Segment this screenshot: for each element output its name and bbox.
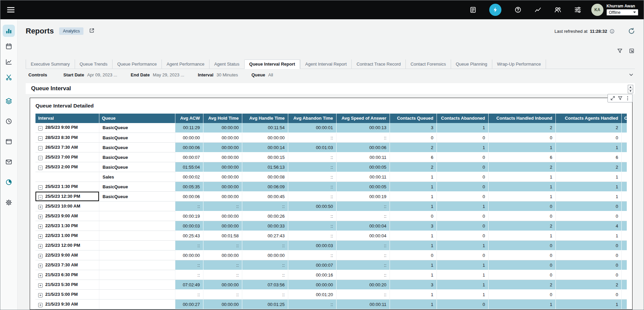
collapse-toggle-icon[interactable]: − [38,156,43,160]
metric-cell[interactable]: 00:00:07 [175,152,203,162]
sidebar-item-metrics[interactable] [3,56,15,68]
metric-cell[interactable]: :: [288,231,336,241]
expand-toggle-icon[interactable]: + [38,244,43,248]
metric-cell[interactable]: :: [336,241,390,251]
metric-cell[interactable]: :: [288,152,336,162]
metric-cell[interactable]: 00:00:04 [336,231,390,241]
metric-cell[interactable]: :: [203,241,242,251]
tab-contract-trace-record[interactable]: Contract Trace Record [351,59,405,69]
help-button[interactable] [514,6,521,14]
metric-cell[interactable]: 00:00:00 [203,192,242,201]
metric-cell[interactable]: 00:00:19 [336,192,390,201]
metric-cell[interactable] [621,290,627,300]
queue-cell[interactable]: BasicQueue [99,152,175,162]
interval-cell[interactable]: −28/5/23 9:00 PM [35,123,99,133]
sidebar-item-reports[interactable] [3,25,15,37]
metric-cell[interactable]: 1 [390,192,437,201]
users-button[interactable] [554,6,561,14]
metric-cell[interactable]: 00:05:35 [175,182,203,192]
metric-cell[interactable]: 00:11:54 [242,123,288,133]
metric-cell[interactable]: 2 [555,162,621,172]
metric-cell[interactable]: :: [336,260,390,270]
more-options-button[interactable] [624,95,631,102]
metric-cell[interactable]: 1 [437,143,488,152]
metric-cell[interactable]: 1 [488,182,555,192]
metric-cell[interactable]: 0 [437,172,488,182]
metric-cell[interactable] [621,251,627,260]
metric-cell[interactable]: :: [203,260,242,270]
metric-cell[interactable]: :: [288,192,336,201]
metric-cell[interactable]: 00:00:27 [175,300,203,309]
metric-cell[interactable]: 1 [437,123,488,133]
metric-cell[interactable]: 00:01:03 [288,143,336,152]
interval-cell[interactable]: −26/5/23 7:30 AM [35,143,99,152]
metric-cell[interactable]: :: [336,251,390,260]
expand-toggle-icon[interactable]: + [38,264,43,268]
metric-cell[interactable]: 0 [555,290,621,300]
metric-cell[interactable]: 0 [555,211,621,221]
metric-cell[interactable]: 00:00:00 [203,143,242,152]
metric-cell[interactable]: 3 [390,280,437,290]
collapse-controls-button[interactable] [628,72,634,78]
metric-cell[interactable]: 01:56:13 [242,162,288,172]
queue-cell[interactable] [99,221,175,231]
metric-cell[interactable] [621,133,627,143]
metric-cell[interactable]: 1 [390,172,437,182]
metric-cell[interactable]: 0 [390,211,437,221]
metric-cell[interactable]: 0 [488,251,555,260]
metric-cell[interactable]: 3 [390,221,437,231]
metric-cell[interactable]: 00:00:05 [336,182,390,192]
info-icon[interactable] [610,29,615,34]
col-avg-hold-time[interactable]: Avg Hold Time [203,114,242,123]
expand-toggle-icon[interactable]: + [38,215,43,219]
metric-cell[interactable]: 0 [555,260,621,270]
metric-cell[interactable]: 0 [555,201,621,211]
queue-cell[interactable]: BasicQueue [99,192,175,201]
metric-cell[interactable]: 6 [555,152,621,162]
metric-cell[interactable]: 1 [488,143,555,152]
metric-cell[interactable]: 0 [488,290,555,300]
interval-cell[interactable]: −25/5/23 1:30 PM [35,182,99,192]
metric-cell[interactable]: 00:00:05 [336,162,390,172]
focus-mode-button[interactable] [609,95,616,102]
metric-cell[interactable]: :: [242,241,288,251]
metric-cell[interactable]: 2 [488,221,555,231]
metric-cell[interactable]: 0 [437,251,488,260]
col-avg-handle-time[interactable]: Avg Handle Time [242,114,288,123]
col-avg-speed-of-answer[interactable]: Avg Speed of Answer [336,114,390,123]
metric-cell[interactable]: 00:00:00 [203,133,242,143]
col-co[interactable]: Co [621,114,627,123]
metric-cell[interactable]: 0 [390,251,437,260]
popout-button[interactable] [628,48,635,54]
metric-cell[interactable]: 1 [390,260,437,270]
metric-cell[interactable]: :: [288,211,336,221]
metric-cell[interactable]: 2 [488,280,555,290]
metric-cell[interactable] [621,241,627,251]
metric-cell[interactable]: 00:00:14 [242,143,288,152]
metric-cell[interactable]: 00:00:00 [203,123,242,133]
metric-cell[interactable]: :: [175,260,203,270]
metric-cell[interactable]: 1 [437,280,488,290]
metric-cell[interactable]: 00:25:43 [175,231,203,241]
collapse-toggle-icon[interactable]: − [38,195,43,199]
metric-cell[interactable]: 1 [555,182,621,192]
interval-cell[interactable]: −28/5/23 8:30 PM [35,133,99,143]
metric-cell[interactable]: 00:00:00 [288,280,336,290]
metric-cell[interactable]: 00:01:58 [203,231,242,241]
metric-cell[interactable]: 1 [488,231,555,241]
metric-cell[interactable]: :: [288,182,336,192]
metric-cell[interactable] [621,300,627,309]
interval-cell[interactable]: +21/5/23 5:30 PM [35,280,99,290]
metric-cell[interactable] [621,270,627,280]
metric-cell[interactable]: 0 [555,241,621,251]
collapse-toggle-icon[interactable]: − [38,126,43,130]
metric-cell[interactable]: 1 [437,270,488,280]
sidebar-item-history[interactable] [3,115,15,127]
metric-cell[interactable]: 00:00:33 [242,221,288,231]
metric-cell[interactable]: 00:00:03 [175,221,203,231]
expand-toggle-icon[interactable]: + [38,273,43,278]
metric-cell[interactable]: 0 [437,133,488,143]
metric-cell[interactable]: 2 [488,123,555,133]
tab-queue-interval-report[interactable]: Queue Interval Report [244,59,300,69]
metric-cell[interactable]: :: [336,290,390,300]
